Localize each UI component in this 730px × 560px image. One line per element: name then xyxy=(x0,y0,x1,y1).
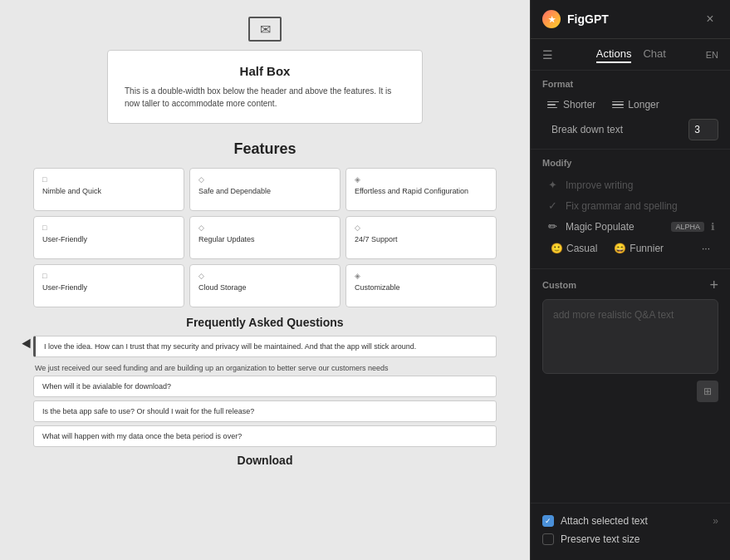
shorter-label: Shorter xyxy=(563,99,595,111)
magic-populate-label: Magic Populate xyxy=(566,221,664,233)
modify-label: Modify xyxy=(542,158,718,168)
attach-row: Attach selected text » xyxy=(542,512,718,530)
feature-card: □ User-Friendly xyxy=(33,264,184,307)
sidebar-header-left: ★ FigGPT xyxy=(542,10,609,28)
tab-chat[interactable]: Chat xyxy=(643,46,665,63)
attach-chevron: » xyxy=(713,515,718,527)
card-icon-6: ◇ xyxy=(355,224,487,232)
feature-card: ◇ Safe and Dependable xyxy=(189,168,341,211)
shorter-lines-icon xyxy=(547,101,559,109)
wand-icon: ✦ xyxy=(546,179,559,191)
grammar-label: Fix grammar and spelling xyxy=(566,200,715,212)
longer-lines-icon xyxy=(612,101,624,109)
logo-icon xyxy=(248,17,282,42)
break-down-button[interactable]: Break down text xyxy=(542,120,628,139)
half-box: Half Box This is a double-width box belo… xyxy=(107,50,423,124)
nav-tabs: Actions Chat xyxy=(561,46,701,63)
sidebar-nav: ☰ Actions Chat EN xyxy=(531,39,730,71)
longer-button[interactable]: Longer xyxy=(607,96,664,114)
feature-card: ◇ 24/7 Support xyxy=(345,216,497,259)
close-button[interactable]: × xyxy=(702,11,718,27)
card-label-1: Nimble and Quick xyxy=(42,187,175,195)
faq-item-3: Is the beta app safe to use? Or should I… xyxy=(33,400,497,422)
longer-label: Longer xyxy=(628,99,659,111)
magic-populate-item[interactable]: ✏ Magic Populate ALPHA ℹ xyxy=(542,216,718,237)
check-icon: ✓ xyxy=(546,199,559,212)
casual-label: Casual xyxy=(566,243,597,254)
break-down-label: Break down text xyxy=(551,124,623,135)
alpha-badge: ALPHA xyxy=(671,222,704,232)
card-icon-7: □ xyxy=(42,272,175,280)
features-title: Features xyxy=(33,140,497,158)
faq-item-4: What will happen with my data once the b… xyxy=(33,425,497,447)
features-grid: □ Nimble and Quick ◇ Safe and Dependable… xyxy=(33,168,497,307)
grammar-item: ✓ Fix grammar and spelling xyxy=(542,195,718,216)
card-icon-5: ◇ xyxy=(198,224,331,232)
pencil-icon: ✏ xyxy=(546,220,559,233)
figma-logo: ★ xyxy=(542,10,561,28)
feature-card: ◇ Cloud Storage xyxy=(189,264,341,307)
format-row: Shorter Longer xyxy=(542,96,718,114)
canvas-panel: Half Box This is a double-width box belo… xyxy=(0,0,530,560)
tab-actions[interactable]: Actions xyxy=(596,46,632,63)
sidebar-header: ★ FigGPT × xyxy=(531,0,730,39)
card-label-8: Cloud Storage xyxy=(198,283,331,292)
break-value-input[interactable] xyxy=(688,119,718,140)
improve-writing-label: Improve writing xyxy=(566,179,715,191)
custom-label: Custom xyxy=(542,280,576,290)
card-icon-4: □ xyxy=(42,224,175,232)
info-icon[interactable]: ℹ xyxy=(711,221,715,233)
funnier-label: Funnier xyxy=(630,243,664,254)
faq-plain: We just received our seed funding and ar… xyxy=(33,361,497,376)
figGPT-sidebar: ★ FigGPT × ☰ Actions Chat EN Format Shor… xyxy=(530,0,730,560)
add-custom-button[interactable]: + xyxy=(709,278,718,292)
more-icon: ··· xyxy=(702,243,710,254)
logo-area xyxy=(33,17,497,42)
card-label-4: User-Friendly xyxy=(42,235,175,243)
card-icon-8: ◇ xyxy=(198,272,331,280)
card-icon-2: ◇ xyxy=(198,175,331,184)
format-section: Format Shorter Longer Break down text xyxy=(531,71,730,150)
casual-button[interactable]: 🙂 Casual xyxy=(546,239,602,258)
tone-row: 🙂 Casual 😄 Funnier ··· xyxy=(542,237,718,260)
attach-label: Attach selected text xyxy=(561,515,706,527)
lang-badge[interactable]: EN xyxy=(706,50,718,60)
custom-header: Custom + xyxy=(542,278,718,292)
casual-emoji: 🙂 xyxy=(551,243,563,254)
custom-section: Custom + ⊞ xyxy=(531,269,730,503)
feature-card: ◇ Regular Updates xyxy=(189,216,341,259)
break-row: Break down text xyxy=(542,119,718,140)
card-label-9: Customizable xyxy=(355,283,487,292)
sidebar-title: FigGPT xyxy=(567,12,609,26)
card-icon-3: ◈ xyxy=(355,175,487,184)
modify-section: Modify ✦ Improve writing ✓ Fix grammar a… xyxy=(531,150,730,269)
halfbox-description: This is a double-width box below the hea… xyxy=(125,85,405,110)
feature-card: ◈ Customizable xyxy=(345,264,497,307)
feature-card: ◈ Effortless and Rapid Configuration xyxy=(345,168,497,211)
halfbox-title: Half Box xyxy=(125,64,405,78)
custom-textarea[interactable] xyxy=(542,299,718,374)
attach-checkbox[interactable] xyxy=(542,515,554,527)
shorter-button[interactable]: Shorter xyxy=(542,96,600,114)
sidebar-bottom: Attach selected text » Preserve text siz… xyxy=(531,503,730,560)
card-label-7: User-Friendly xyxy=(42,283,175,292)
card-label-5: Regular Updates xyxy=(198,235,331,243)
preserve-row: Preserve text size xyxy=(542,530,718,548)
funnier-button[interactable]: 😄 Funnier xyxy=(609,239,669,258)
card-icon-9: ◈ xyxy=(355,272,487,280)
improve-writing-item: ✦ Improve writing xyxy=(542,174,718,195)
faq-item-2: When will it be avialable for download? xyxy=(33,376,497,397)
paste-button[interactable]: ⊞ xyxy=(697,381,718,402)
hamburger-icon[interactable]: ☰ xyxy=(542,48,553,61)
card-label-2: Safe and Dependable xyxy=(198,187,331,195)
preserve-checkbox[interactable] xyxy=(542,533,554,545)
download-title: Download xyxy=(33,454,497,467)
card-label-6: 24/7 Support xyxy=(355,235,487,243)
faq-title: Frequently Asked Questions xyxy=(33,316,497,329)
card-label-3: Effortless and Rapid Configuration xyxy=(355,187,487,195)
preserve-label: Preserve text size xyxy=(561,533,718,545)
more-tones-button[interactable]: ··· xyxy=(697,239,715,258)
funnier-emoji: 😄 xyxy=(614,243,626,254)
feature-card: □ Nimble and Quick xyxy=(33,168,184,211)
format-label: Format xyxy=(542,79,718,89)
